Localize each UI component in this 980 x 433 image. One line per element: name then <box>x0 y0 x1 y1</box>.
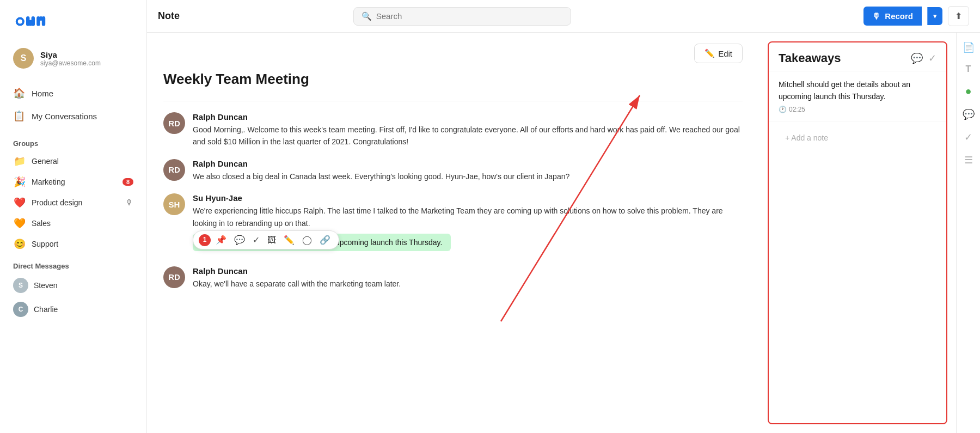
groups-section-title: Groups <box>0 132 146 151</box>
takeaways-title: Takeaways <box>779 51 841 65</box>
right-comment-icon[interactable]: 💬 <box>963 108 975 120</box>
avatar: S <box>13 48 34 69</box>
speaker-name-4: Ralph Duncan <box>193 266 743 276</box>
message-block-1: RD Ralph Duncan Good Morning,. Welcome t… <box>163 112 743 148</box>
svg-rect-4 <box>29 20 32 26</box>
dm-item-charlie[interactable]: C Charlie <box>0 297 146 321</box>
main-nav: 🏠 Home 📋 My Conversations <box>0 77 146 132</box>
search-input[interactable] <box>376 11 563 21</box>
toolbar-pin[interactable]: 📌 <box>213 234 229 246</box>
svg-point-1 <box>18 20 22 24</box>
msg-content-3: Su Hyun-Jae We're experiencing little hi… <box>193 193 743 255</box>
record-label: Record <box>885 11 913 21</box>
svg-rect-7 <box>39 16 42 21</box>
page-title: Note <box>158 10 201 22</box>
microphone-icon: 🎙 <box>872 11 880 21</box>
marketing-label: Marketing <box>32 178 117 186</box>
add-note-button[interactable]: + Add a note <box>779 129 936 147</box>
dm-item-steven[interactable]: S Steven <box>0 273 146 297</box>
msg-text-2: We also closed a big deal in Canada last… <box>193 170 743 182</box>
product-design-icon: ❤️ <box>13 197 26 209</box>
takeaways-header: Takeaways 💬 ✓ <box>769 42 946 71</box>
marketing-badge: 8 <box>122 178 133 186</box>
upload-icon: ⬆ <box>955 11 962 21</box>
right-list-icon[interactable]: ☰ <box>964 154 973 166</box>
toolbar-circle[interactable]: ◯ <box>299 234 315 246</box>
toolbar-edit[interactable]: ✏️ <box>281 234 297 246</box>
msg-content-4: Ralph Duncan Okay, we'll have a separate… <box>193 266 743 290</box>
general-label: General <box>32 157 133 166</box>
msg-content-2: Ralph Duncan We also closed a big deal i… <box>193 159 743 182</box>
user-info: Siya siya@awesome.com <box>40 50 101 67</box>
charlie-label: Charlie <box>34 305 58 314</box>
steven-label: Steven <box>34 281 58 290</box>
conversation-panel: ✏️ Edit Weekly Team Meeting RD Ralph Dun… <box>147 33 759 433</box>
takeaways-check-icon[interactable]: ✓ <box>928 52 936 64</box>
clock-icon: 🕐 <box>779 106 787 113</box>
sidebar-item-sales[interactable]: 🧡 Sales <box>0 213 146 234</box>
user-name: Siya <box>40 50 101 59</box>
avatar-initials: S <box>21 53 27 63</box>
toolbar-comment[interactable]: 💬 <box>231 234 248 246</box>
toolbar-badge: 1 <box>199 234 211 246</box>
edit-icon: ✏️ <box>705 48 715 58</box>
support-label: Support <box>32 240 133 248</box>
upload-button[interactable]: ⬆ <box>948 6 969 26</box>
dm-section-title: Direct Messages <box>0 254 146 273</box>
message-block-2: RD Ralph Duncan We also closed a big dea… <box>163 159 743 182</box>
search-bar[interactable]: 🔍 <box>353 7 571 26</box>
content-area: ✏️ Edit Weekly Team Meeting RD Ralph Dun… <box>147 33 980 433</box>
speaker-name-2: Ralph Duncan <box>193 159 743 168</box>
sidebar-item-support[interactable]: 😊 Support <box>0 234 146 254</box>
app-logo <box>13 11 57 33</box>
message-block-4: RD Ralph Duncan Okay, we'll have a separ… <box>163 266 743 290</box>
inline-toolbar: 1 📌 💬 ✓ 🖼 ✏️ ◯ 🔗 <box>193 230 339 249</box>
search-icon: 🔍 <box>362 11 372 21</box>
sidebar-item-label-home: Home <box>32 89 53 98</box>
right-check-icon[interactable]: ✓ <box>964 131 972 143</box>
message-block-3: SH Su Hyun-Jae We're experiencing little… <box>163 193 743 255</box>
sales-label: Sales <box>32 219 133 228</box>
mic-icon: 🎙 <box>126 198 133 207</box>
record-dropdown-button[interactable]: ▾ <box>927 7 942 25</box>
dm-list: S Steven C Charlie <box>0 273 146 321</box>
sidebar-item-my-conversations[interactable]: 📋 My Conversations <box>0 105 146 127</box>
msg-content-1: Ralph Duncan Good Morning,. Welcome to t… <box>193 112 743 148</box>
msg-text-3: We're experiencing little hiccups Ralph.… <box>193 205 743 229</box>
takeaways-panel: Takeaways 💬 ✓ Mitchell should get the de… <box>768 41 947 424</box>
toolbar-link[interactable]: 🔗 <box>317 234 333 246</box>
meeting-title: Weekly Team Meeting <box>163 71 743 88</box>
product-design-label: Product design <box>32 198 120 207</box>
sidebar-item-general[interactable]: 📁 General <box>0 151 146 172</box>
ralph-avatar-1: RD <box>163 112 185 134</box>
sidebar-item-product-design[interactable]: ❤️ Product design 🎙 <box>0 192 146 213</box>
msg-text-1: Good Morning,. Welcome to this week's te… <box>193 124 743 148</box>
edit-button[interactable]: ✏️ Edit <box>694 44 743 63</box>
support-icon: 😊 <box>13 238 26 250</box>
takeaways-note-icon[interactable]: 💬 <box>911 52 923 64</box>
main-area: Note 🔍 🎙 Record ▾ ⬆ ✏️ Edit Weekly Team … <box>147 0 980 433</box>
sidebar-item-marketing[interactable]: 🎉 Marketing 8 <box>0 172 146 192</box>
toolbar-image[interactable]: 🖼 <box>265 234 279 246</box>
speaker-name-1: Ralph Duncan <box>193 112 743 121</box>
sidebar-item-home[interactable]: 🏠 Home <box>0 82 146 105</box>
record-button[interactable]: 🎙 Record <box>863 7 922 26</box>
right-sidebar: 📄 T ● 💬 ✓ ☰ <box>956 33 980 433</box>
sidebar: S Siya siya@awesome.com 🏠 Home 📋 My Conv… <box>0 0 147 433</box>
conversations-icon: 📋 <box>13 110 25 122</box>
msg-text-4: Okay, we'll have a separate call with th… <box>193 278 743 290</box>
ralph-avatar-2: RD <box>163 159 185 181</box>
user-profile[interactable]: S Siya siya@awesome.com <box>0 41 146 77</box>
speaker-name-3: Su Hyun-Jae <box>193 193 743 203</box>
logo-area <box>0 0 146 41</box>
right-notes-icon[interactable]: 📄 <box>963 41 975 53</box>
groups-list: 📁 General 🎉 Marketing 8 ❤️ Product desig… <box>0 151 146 254</box>
toolbar-check[interactable]: ✓ <box>250 234 262 246</box>
right-green-icon[interactable]: ● <box>965 85 971 97</box>
edit-label: Edit <box>718 49 732 58</box>
sidebar-item-label-conversations: My Conversations <box>32 112 97 121</box>
divider <box>163 101 743 101</box>
right-text-icon[interactable]: T <box>966 64 971 74</box>
su-avatar: SH <box>163 193 185 215</box>
topbar-right: 🎙 Record ▾ ⬆ <box>863 6 969 26</box>
